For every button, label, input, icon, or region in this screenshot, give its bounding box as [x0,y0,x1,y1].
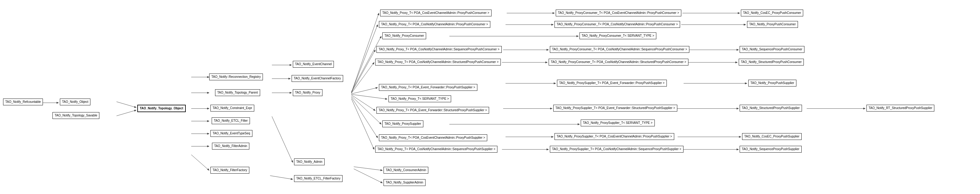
node-n44: TAO_Notify_ProxyPushSupplier [748,80,796,87]
node-n1: TAO_Notify_Refcountable [3,99,43,105]
svg-line-46 [352,95,387,99]
svg-line-30 [354,167,382,170]
svg-marker-17 [207,146,209,147]
svg-marker-57 [553,12,555,14]
node-n22: TAO_Notify_Proxy_T< POA_CosNotifyChannel… [379,21,490,28]
svg-line-36 [352,25,378,93]
svg-line-4 [117,110,136,116]
node-n13: TAO_Notify_EventChannel [293,61,334,68]
svg-marker-19 [207,169,209,170]
node-n9: TAO_Notify_EventTypeSeq [210,130,252,137]
svg-marker-9 [207,92,209,94]
node-n47: TAO_Notify_CosEC_ProxyPushSupplier [742,133,802,140]
svg-marker-77 [738,12,740,14]
svg-marker-85 [745,82,747,84]
svg-marker-11 [207,108,209,109]
svg-line-2 [117,102,136,107]
svg-marker-33 [380,181,382,183]
svg-marker-89 [863,108,865,109]
node-n40: TAO_Notify_CosEC_ProxyPushConsumer [741,10,803,16]
node-n7: TAO_Notify_Constraint_Expr [210,105,254,112]
svg-marker-39 [380,36,381,38]
svg-marker-65 [546,62,547,63]
node-n48: TAO_Notify_SequenceProxyPushSupplier [740,146,802,152]
node-n17: TAO_Notify_ConsumerAdmin [383,167,428,174]
diagram-container: TAO_Notify_RefcountableTAO_Notify_Object… [0,0,980,194]
node-n34: TAO_Notify_ProxyConsumer_T< POA_CosNotif… [549,59,689,66]
node-n10: TAO_Notify_FilterAdmin [212,143,249,149]
svg-line-40 [352,50,375,93]
svg-marker-69 [550,108,552,109]
node-n14: TAO_Notify_EventChannelFactory [291,75,343,82]
node-n19: TAO_Notify_ProxyConsumer [382,32,426,39]
node-n5: TAO_Notify_Topology_Parent [215,89,260,96]
node-n2: TAO_Notify_Object [60,99,91,105]
node-n41: TAO_Notify_ProxyPushConsumer [747,21,798,28]
svg-marker-25 [290,92,291,94]
svg-marker-79 [744,24,746,25]
node-n23: TAO_Notify_Proxy_T< POA_CosNotifyChannel… [377,46,502,53]
svg-marker-29 [291,178,293,180]
svg-marker-47 [385,98,387,100]
node-n42: TAO_Notify_SequenceProxyPushConsumer [740,46,804,53]
svg-line-42 [352,63,374,93]
svg-marker-41 [374,50,375,51]
node-n4: TAO_Notify_Topology_Object [137,105,186,112]
svg-marker-91 [739,136,741,138]
svg-marker-1 [57,102,59,104]
svg-marker-59 [551,24,553,25]
node-n26: TAO_Notify_Proxy_T< SERVANT_TYPE > [388,95,451,102]
node-n16: TAO_Notify_Admin [294,159,325,165]
node-n21: TAO_Notify_Proxy_T< POA_CosEventChannelA… [380,10,492,16]
svg-marker-75 [547,149,549,150]
node-n6: TAO_Notify::Reconnection_Registry [209,74,263,80]
svg-line-48 [352,95,375,111]
svg-marker-71 [578,123,579,125]
node-n30: TAO_Notify_ProxyConsumer_T< POA_CosEvent… [556,10,681,16]
svg-marker-81 [737,49,739,51]
svg-line-52 [352,97,378,138]
node-n18: TAO_Notify_SupplierAdmin [383,179,425,186]
svg-marker-93 [737,149,739,150]
svg-marker-53 [376,136,378,138]
svg-line-18 [191,155,209,170]
svg-line-28 [270,176,293,180]
node-n35: TAO_Notify_ProxySupplier_T< POA_Event_Fo… [557,80,667,87]
svg-marker-83 [736,62,737,63]
svg-line-44 [352,87,378,94]
svg-marker-73 [551,136,553,138]
svg-marker-5 [134,110,136,112]
arrows-svg [0,0,980,194]
svg-marker-37 [377,25,378,27]
node-n27: TAO_Notify_Proxy_T< POA_Event_Forwarder:… [377,107,489,114]
svg-line-26 [272,117,293,162]
node-n45: TAO_Notify_StructuredProxyPushSupplier [740,105,802,112]
node-n20: TAO_Notify_ProxySupplier [382,120,423,127]
node-n37: TAO_Notify_ProxySupplier_T< SERVANT_TYPE… [581,120,655,126]
svg-marker-55 [373,148,374,149]
node-n24: TAO_Notify_Proxy_T< POA_CosNotifyChannel… [375,59,501,66]
svg-marker-61 [577,35,579,37]
svg-marker-23 [288,78,290,79]
svg-marker-27 [291,160,293,162]
node-n33: TAO_Notify_ProxyConsumer_T< POA_CosNotif… [550,46,689,53]
svg-marker-7 [207,76,209,78]
node-n46: TAO_Notify_RT_StructuredProxyPushSupplie… [867,105,934,112]
svg-marker-63 [547,49,549,51]
svg-line-32 [354,169,382,183]
node-n39: TAO_Notify_ProxySupplier_T< POA_CosNotif… [550,146,684,152]
svg-marker-31 [380,169,382,171]
svg-marker-43 [372,63,374,64]
svg-marker-15 [207,133,209,135]
svg-marker-49 [373,109,375,111]
svg-marker-67 [554,82,556,84]
svg-marker-87 [737,108,739,109]
node-n25: TAO_Notify_Proxy_T< POA_Event_Forwarder:… [379,84,477,91]
node-n36: TAO_Notify_ProxySupplier_T< POA_Event_Fo… [553,105,677,112]
node-n32: TAO_Notify_ProxyConsumer_T< SERVANT_TYPE… [579,32,656,39]
svg-marker-21 [290,64,291,66]
svg-line-54 [352,99,374,149]
node-n43: TAO_Notify_StructuredProxyPushConsumer [739,59,804,66]
node-n29: TAO_Notify_Proxy_T< POA_CosNotifyChannel… [375,146,497,152]
svg-marker-3 [134,106,136,108]
